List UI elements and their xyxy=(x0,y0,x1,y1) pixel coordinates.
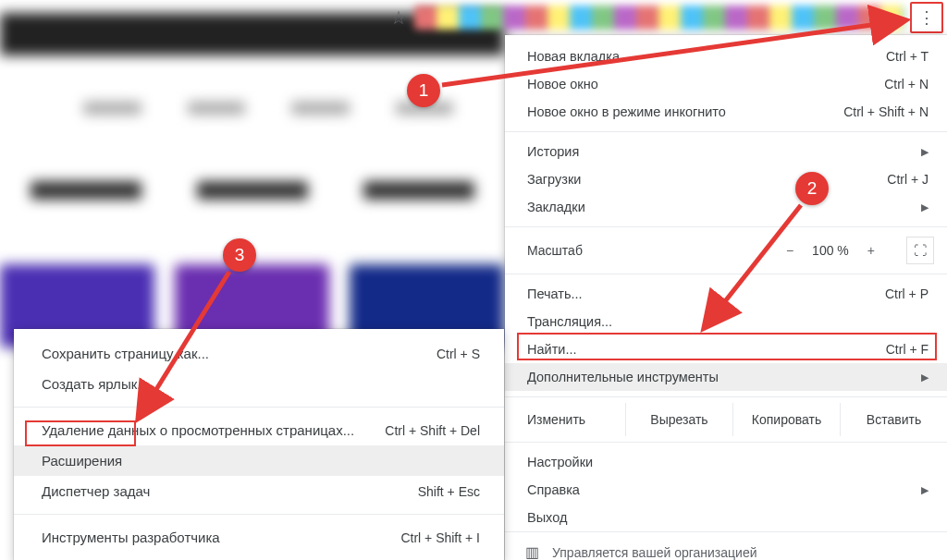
chrome-menu-button[interactable]: ⋮ xyxy=(910,2,943,33)
menu-cast[interactable]: Трансляция... xyxy=(505,308,947,335)
menu-shortcut: Ctrl + Shift + Del xyxy=(385,423,480,438)
menu-label: Новая вкладка xyxy=(527,49,620,64)
menu-label: Найти... xyxy=(527,342,576,357)
menu-label: Выход xyxy=(527,510,567,525)
chrome-main-menu: Новая вкладка Ctrl + T Новое окно Ctrl +… xyxy=(505,35,947,560)
chevron-right-icon: ▶ xyxy=(921,484,929,496)
menu-shortcut: Ctrl + P xyxy=(885,286,929,301)
menu-shortcut: Ctrl + Shift + N xyxy=(843,104,929,119)
menu-shortcut: Ctrl + S xyxy=(437,347,480,361)
menu-zoom: Масштаб − 100 % + ⛶ xyxy=(505,233,947,268)
fullscreen-icon[interactable]: ⛶ xyxy=(906,237,934,264)
menu-label: Удаление данных о просмотренных страница… xyxy=(42,422,354,438)
zoom-out-button[interactable]: − xyxy=(786,243,793,258)
submenu-create-shortcut[interactable]: Создать ярлык... xyxy=(14,369,504,399)
menu-label: Инструменты разработчика xyxy=(42,530,220,545)
menu-separator xyxy=(14,514,504,515)
chevron-right-icon: ▶ xyxy=(921,201,929,213)
more-tools-submenu: Сохранить страницу как... Ctrl + S Созда… xyxy=(14,329,504,560)
menu-shortcut: Ctrl + T xyxy=(886,49,929,64)
menu-label: Диспетчер задач xyxy=(42,483,150,499)
menu-label: Настройки xyxy=(527,455,593,469)
menu-managed-notice[interactable]: ▥ Управляется вашей организацией xyxy=(505,531,947,560)
menu-exit[interactable]: Выход xyxy=(505,504,947,531)
edit-paste-button[interactable]: Вставить xyxy=(840,403,947,436)
menu-separator xyxy=(14,407,504,408)
submenu-clear-browsing-data[interactable]: Удаление данных о просмотренных страница… xyxy=(14,415,504,445)
menu-label: Сохранить страницу как... xyxy=(42,346,209,361)
menu-shortcut: Ctrl + J xyxy=(887,172,929,187)
menu-label: Печать... xyxy=(527,286,583,301)
chevron-right-icon: ▶ xyxy=(921,371,929,383)
menu-more-tools[interactable]: Дополнительные инструменты ▶ xyxy=(505,363,947,391)
menu-label: История xyxy=(527,144,579,159)
menu-label: Справка xyxy=(527,482,580,497)
menu-new-window[interactable]: Новое окно Ctrl + N xyxy=(505,70,947,98)
menu-history[interactable]: История ▶ xyxy=(505,138,947,165)
browser-toolbar: ☆ ⋮ xyxy=(0,0,947,35)
chevron-right-icon: ▶ xyxy=(921,146,929,158)
menu-bookmarks[interactable]: Закладки ▶ xyxy=(505,193,947,221)
menu-label: Закладки xyxy=(527,200,585,214)
submenu-task-manager[interactable]: Диспетчер задач Shift + Esc xyxy=(14,476,504,506)
submenu-extensions[interactable]: Расширения xyxy=(14,445,504,476)
menu-downloads[interactable]: Загрузки Ctrl + J xyxy=(505,165,947,193)
annotation-badge-1: 1 xyxy=(407,74,440,107)
annotation-badge-3: 3 xyxy=(223,238,256,272)
bookmark-star-icon[interactable]: ☆ xyxy=(390,6,407,29)
submenu-save-page[interactable]: Сохранить страницу как... Ctrl + S xyxy=(14,338,504,369)
menu-settings[interactable]: Настройки xyxy=(505,448,947,476)
menu-label: Управляется вашей организацией xyxy=(552,545,756,560)
zoom-value: 100 % xyxy=(812,243,849,258)
menu-edit-row: Изменить Вырезать Копировать Вставить xyxy=(505,403,947,436)
menu-find[interactable]: Найти... Ctrl + F xyxy=(505,335,947,363)
menu-label: Создать ярлык... xyxy=(42,376,149,392)
menu-separator xyxy=(505,131,947,132)
menu-shortcut: Ctrl + F xyxy=(886,342,929,357)
zoom-in-button[interactable]: + xyxy=(867,243,875,258)
menu-separator xyxy=(505,226,947,227)
menu-separator xyxy=(505,442,947,443)
menu-label: Расширения xyxy=(42,453,122,469)
submenu-dev-tools[interactable]: Инструменты разработчика Ctrl + Shift + … xyxy=(14,522,504,553)
menu-print[interactable]: Печать... Ctrl + P xyxy=(505,280,947,308)
edit-cut-button[interactable]: Вырезать xyxy=(625,403,732,436)
menu-shortcut: Shift + Esc xyxy=(418,484,480,499)
menu-shortcut: Ctrl + N xyxy=(884,77,929,91)
menu-help[interactable]: Справка ▶ xyxy=(505,476,947,504)
building-icon: ▥ xyxy=(525,543,539,560)
menu-incognito[interactable]: Новое окно в режиме инкогнито Ctrl + Shi… xyxy=(505,98,947,126)
menu-label: Дополнительные инструменты xyxy=(527,370,719,384)
menu-new-tab[interactable]: Новая вкладка Ctrl + T xyxy=(505,43,947,70)
edit-copy-button[interactable]: Копировать xyxy=(732,403,840,436)
menu-label: Загрузки xyxy=(527,172,581,187)
menu-label: Новое окно xyxy=(527,77,598,91)
menu-shortcut: Ctrl + Shift + I xyxy=(400,530,480,545)
extensions-strip-blurred xyxy=(414,6,904,30)
menu-separator xyxy=(505,274,947,274)
menu-label: Изменить xyxy=(505,403,625,436)
menu-separator xyxy=(505,396,947,397)
menu-label: Трансляция... xyxy=(527,314,612,329)
menu-label: Новое окно в режиме инкогнито xyxy=(527,104,726,119)
menu-label: Масштаб xyxy=(527,243,786,258)
annotation-badge-2: 2 xyxy=(795,172,829,205)
